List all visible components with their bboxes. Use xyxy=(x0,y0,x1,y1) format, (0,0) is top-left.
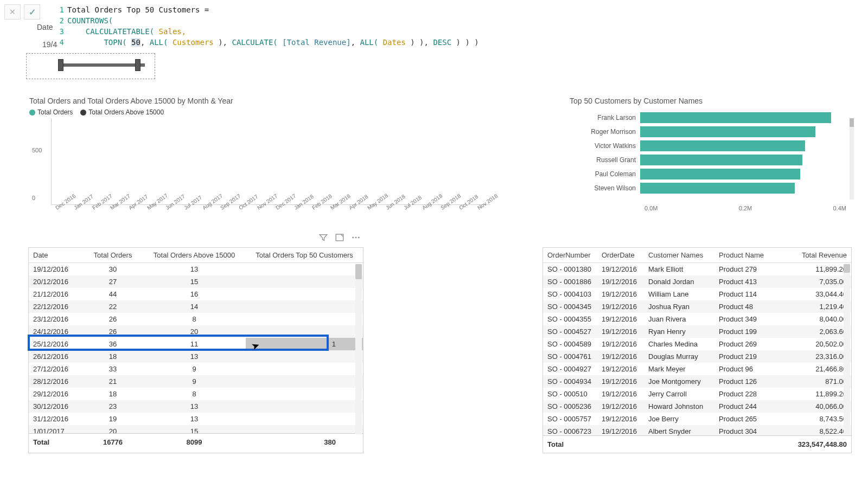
table-row[interactable]: SO - 000672319/12/2016Albert SnyderProdu… xyxy=(543,425,851,435)
hbar-row[interactable]: Roger Morrison xyxy=(570,125,846,139)
sales-table-visual[interactable]: OrderNumber OrderDate Customer Names Pro… xyxy=(542,247,852,453)
cell-customer: Joshua Ryan xyxy=(644,300,714,313)
formula-editor[interactable]: 1Total Orders Top 50 Customers = 2COUNTR… xyxy=(53,3,863,49)
cell-top50 xyxy=(246,425,363,433)
table-row[interactable]: 29/12/2016188 xyxy=(29,388,363,400)
cell-above: 13 xyxy=(143,350,246,363)
cell-date: 24/12/2016 xyxy=(29,325,83,338)
th-ordernum[interactable]: OrderNumber xyxy=(543,248,597,263)
hbar-label: Paul Coleman xyxy=(570,170,640,178)
table-row[interactable]: SO - 000452719/12/2016Ryan HenryProduct … xyxy=(543,325,851,338)
column-chart[interactable]: Total Orders and Total Orders Above 1500… xyxy=(29,97,490,221)
hbar-row[interactable]: Victor Watkins xyxy=(570,139,846,153)
orders-table-body[interactable]: 19/12/2016301320/12/2016271521/12/201644… xyxy=(29,263,363,433)
table-row[interactable]: SO - 000493419/12/2016Joe MontgomeryProd… xyxy=(543,375,851,388)
cell-product: Product 199 xyxy=(714,325,769,338)
more-options-icon[interactable] xyxy=(351,233,361,242)
hbar[interactable] xyxy=(640,169,800,179)
slider-handle-min[interactable] xyxy=(58,59,63,71)
cell-top50 xyxy=(246,313,363,325)
sales-table-body[interactable]: SO - 000138019/12/2016Mark ElliottProduc… xyxy=(543,263,851,435)
hbar-row[interactable]: Paul Coleman xyxy=(570,167,846,181)
cell-ordernum: SO - 0001886 xyxy=(543,275,597,288)
table-row[interactable]: SO - 00051019/12/2016Jerry CarrollProduc… xyxy=(543,388,851,400)
th-orderdate[interactable]: OrderDate xyxy=(597,248,644,263)
formula-bar: Date 19/4 1Total Orders Top 50 Customers… xyxy=(1,1,867,52)
th-total-orders[interactable]: Total Orders xyxy=(83,248,143,263)
table-row[interactable]: 20/12/20162715 xyxy=(29,275,363,288)
table-row[interactable]: SO - 000188619/12/2016Donald JordanProdu… xyxy=(543,275,851,288)
hbar-xtick: 0.4M xyxy=(833,205,846,211)
sales-scrollbar[interactable] xyxy=(844,264,850,434)
slider-handle-max[interactable] xyxy=(135,59,141,71)
formula-accept-button[interactable] xyxy=(24,4,40,20)
cell-top50 xyxy=(246,363,363,375)
table-row[interactable]: 22/12/20162214 xyxy=(29,300,363,313)
cell-date: 20/12/2016 xyxy=(29,275,83,288)
ytick: 500 xyxy=(32,147,42,153)
cell-ordernum: SO - 0004927 xyxy=(543,363,597,375)
sales-scroll-thumb[interactable] xyxy=(844,264,850,273)
hbar-title: Top 50 Customers by Customer Names xyxy=(570,97,846,105)
table-row[interactable]: 26/12/20161813 xyxy=(29,350,363,363)
hbar-scroll-thumb[interactable] xyxy=(850,118,854,127)
top50-bar-chart[interactable]: Top 50 Customers by Customer Names Frank… xyxy=(570,97,846,221)
hbar[interactable] xyxy=(640,183,795,194)
slider-track[interactable] xyxy=(59,63,145,67)
cell-revenue: 33,044.40 xyxy=(769,288,851,300)
hbar[interactable] xyxy=(640,126,815,137)
hbar-scrollbar[interactable] xyxy=(850,118,854,200)
th-top50[interactable]: Total Orders Top 50 Customers xyxy=(246,248,363,263)
cell-top50 xyxy=(246,300,363,313)
table-row[interactable]: 28/12/2016219 xyxy=(29,375,363,388)
th-revenue[interactable]: Total Revenue xyxy=(769,248,851,263)
hbar[interactable] xyxy=(640,112,831,123)
date-range-slicer[interactable] xyxy=(26,53,155,79)
table-row[interactable]: 24/12/20162620 xyxy=(29,325,363,338)
hbar-row[interactable]: Frank Larson xyxy=(570,111,846,125)
th-above-15000[interactable]: Total Orders Above 15000 xyxy=(143,248,246,263)
table-row[interactable]: SO - 000458919/12/2016Charles MedinaProd… xyxy=(543,338,851,350)
cell-revenue: 8,522.40 xyxy=(769,425,851,435)
cell-orders: 30 xyxy=(83,263,143,275)
hbar-row[interactable]: Russell Grant xyxy=(570,153,846,167)
column-plot-area[interactable]: 0500 xyxy=(51,118,490,205)
table-row[interactable]: 27/12/2016339 xyxy=(29,363,363,375)
hbar[interactable] xyxy=(640,155,802,165)
table-row[interactable]: 23/12/2016268 xyxy=(29,313,363,325)
table-row[interactable]: SO - 000435519/12/2016Juan RiveraProduct… xyxy=(543,313,851,325)
hbar-row[interactable]: Steven Wilson xyxy=(570,181,846,195)
cell-revenue: 11,899.20 xyxy=(769,388,851,400)
table-row[interactable]: SO - 000138019/12/2016Mark ElliottProduc… xyxy=(543,263,851,275)
hbar[interactable] xyxy=(640,140,805,151)
focus-mode-icon[interactable] xyxy=(335,233,344,242)
cell-top50 xyxy=(246,375,363,388)
table-row[interactable]: 1/01/20172015 xyxy=(29,425,363,433)
hbar-label: Frank Larson xyxy=(570,114,640,121)
cell-ordernum: SO - 0004355 xyxy=(543,313,597,325)
cell-ordernum: SO - 000510 xyxy=(543,388,597,400)
table-row[interactable]: SO - 000410319/12/2016William LaneProduc… xyxy=(543,288,851,300)
table-row[interactable]: 30/12/20162313 xyxy=(29,400,363,413)
hbar-plot-area[interactable]: Frank LarsonRoger MorrisonVictor Watkins… xyxy=(570,111,846,203)
filter-icon[interactable] xyxy=(318,233,328,242)
table-row[interactable]: SO - 000523619/12/2016Howard JohnstonPro… xyxy=(543,400,851,413)
orders-table-header: Date Total Orders Total Orders Above 150… xyxy=(29,248,363,263)
orders-scroll-thumb[interactable] xyxy=(355,264,362,279)
table-row[interactable]: 31/12/20161913 xyxy=(29,413,363,425)
table-row[interactable]: SO - 000575719/12/2016Joe BerryProduct 2… xyxy=(543,413,851,425)
table-row[interactable]: 19/12/20163013 xyxy=(29,263,363,275)
th-date[interactable]: Date xyxy=(29,248,83,263)
orders-scrollbar[interactable] xyxy=(355,264,362,434)
th-customer[interactable]: Customer Names xyxy=(644,248,714,263)
cell-orders: 26 xyxy=(83,313,143,325)
table-row[interactable]: 25/12/201636111 xyxy=(29,338,363,350)
table-row[interactable]: 21/12/20164416 xyxy=(29,288,363,300)
table-row[interactable]: SO - 000476119/12/2016Douglas MurrayProd… xyxy=(543,350,851,363)
th-product[interactable]: Product Name xyxy=(714,248,769,263)
table-row[interactable]: SO - 000492719/12/2016Mark MeyerProduct … xyxy=(543,363,851,375)
cell-above: 13 xyxy=(143,263,246,275)
table-row[interactable]: SO - 000434519/12/2016Joshua RyanProduct… xyxy=(543,300,851,313)
formula-cancel-button[interactable] xyxy=(4,4,21,20)
orders-table-visual[interactable]: Date Total Orders Total Orders Above 150… xyxy=(28,247,363,453)
